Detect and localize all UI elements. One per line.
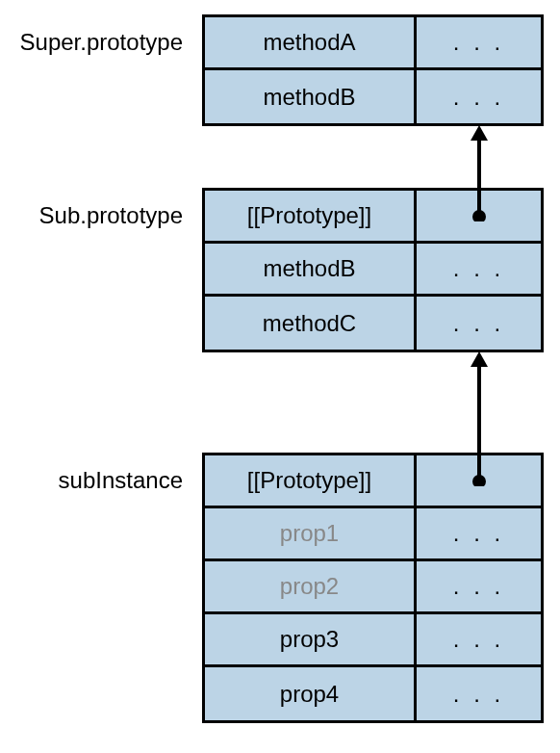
cell-key: methodB — [205, 70, 417, 123]
cell-key: [[Prototype]] — [205, 191, 417, 241]
label-sub-prototype: Sub.prototype — [0, 202, 183, 229]
cell-key: methodC — [205, 297, 417, 350]
table-row: [[Prototype]] — [205, 455, 541, 508]
cell-val: . . . — [417, 667, 541, 720]
cell-key: prop1 — [205, 508, 417, 558]
cell-key: methodA — [205, 17, 417, 67]
svg-point-5 — [472, 475, 486, 486]
svg-marker-1 — [471, 125, 488, 141]
cell-key: [[Prototype]] — [205, 455, 417, 506]
table-row: methodB . . . — [205, 70, 541, 123]
cell-key: prop4 — [205, 667, 417, 720]
cell-val: . . . — [417, 70, 541, 123]
table-row: prop1 . . . — [205, 508, 541, 561]
cell-key: methodB — [205, 244, 417, 294]
cell-val: . . . — [417, 17, 541, 67]
cell-val: . . . — [417, 614, 541, 664]
cell-val-prototype-ref — [417, 455, 541, 506]
arrow-up-icon — [465, 351, 494, 486]
svg-point-2 — [472, 210, 486, 221]
cell-val-prototype-ref — [417, 191, 541, 241]
cell-val: . . . — [417, 561, 541, 611]
cell-key: prop2 — [205, 561, 417, 611]
cell-key: prop3 — [205, 614, 417, 664]
cell-val: . . . — [417, 244, 541, 294]
cell-val: . . . — [417, 508, 541, 558]
label-sub-instance: subInstance — [0, 467, 183, 494]
table-row: prop3 . . . — [205, 614, 541, 667]
table-row: methodC . . . — [205, 297, 541, 350]
table-row: [[Prototype]] — [205, 191, 541, 244]
table-sub-instance: [[Prototype]] prop1 . . . prop2 . . . pr… — [202, 453, 544, 723]
table-row: methodA . . . — [205, 17, 541, 70]
label-super-prototype: Super.prototype — [0, 29, 183, 56]
cell-val: . . . — [417, 297, 541, 350]
svg-marker-4 — [471, 351, 488, 367]
table-row: prop2 . . . — [205, 561, 541, 614]
table-row: prop4 . . . — [205, 667, 541, 720]
diagram-container: Super.prototype Sub.prototype subInstanc… — [0, 0, 560, 753]
arrow-up-icon — [465, 125, 494, 221]
table-sub-prototype: [[Prototype]] methodB . . . methodC . . … — [202, 188, 544, 352]
table-row: methodB . . . — [205, 244, 541, 297]
table-super-prototype: methodA . . . methodB . . . — [202, 14, 544, 126]
